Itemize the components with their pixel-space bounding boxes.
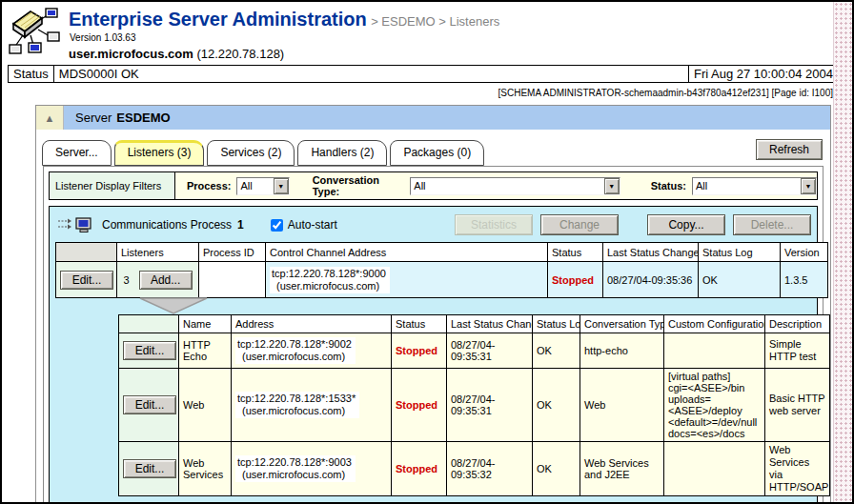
server-panel: ▲ Server ESDEMO Server... Listeners (3) … [35,105,831,504]
col-last-status-change: Last Status Change [603,243,699,262]
listener-status: Stopped [392,442,447,496]
listener-count: 3 [123,274,129,286]
process-filter-label: Process: [187,180,231,192]
listener-status: Stopped [392,333,447,369]
change-button[interactable]: Change [540,214,619,235]
col-process-id: Process ID [199,243,266,262]
table-header-row: Name Address Status Last Status Change S… [119,315,830,333]
page-header: Enterprise Server Administration > ESDEM… [2,2,852,61]
col-last-status-change: Last Status Change [447,315,533,333]
process-filter-select[interactable]: All ▼ [236,177,289,195]
listener-status: Stopped [392,369,447,442]
listener-last-status-change: 08/27/04-09:35:31 [447,333,533,369]
listener-name: Web [179,369,232,442]
listener-status-log: OK [533,333,580,369]
communications-process-row: Communications Process 1 Auto-start Stat… [55,212,811,238]
tab-bar: Server... Listeners (3) Services (2) Han… [36,130,830,166]
col-conversation-type: Conversation Type [580,315,664,333]
listener-address: tcp:12.220.78.128*:1533* (user.microfocu… [235,392,359,418]
listener-last-status-change: 08/27/04-09:35:31 [447,369,533,442]
version-label: Version 1.03.63 [70,32,499,43]
last-status-change-value: 08/27/04-09:35:36 [603,262,699,298]
listener-address: tcp:12.220.78.128*:9003 (user.microfocus… [235,455,356,482]
listener-status-log: OK [533,369,580,442]
refresh-button[interactable]: Refresh [756,139,823,160]
version-value: 1.3.5 [781,262,828,298]
col-status-log: Status Log [699,243,781,262]
status-bar: Status MDS0000I OK Fri Aug 27 10:00:04 2… [8,65,839,83]
listener-row-http-echo: Edit... HTTP Echo tcp:12.220.78.128*:900… [119,333,830,369]
statistics-button[interactable]: Statistics [455,214,533,235]
col-status: Status [548,243,603,262]
col-listeners: Listeners [117,243,199,262]
process-listeners-table: Listeners Process ID Control Channel Add… [55,242,828,298]
filters-title: Listener Display Filters [50,172,175,199]
listeners-detail-table: Name Address Status Last Status Change S… [118,314,830,496]
status-log-value: OK [699,262,781,298]
edit-listener-button[interactable]: Edit... [123,341,176,360]
status-bar-message: MDS0000I OK [54,65,689,83]
edit-listener-button[interactable]: Edit... [123,459,176,478]
server-name: ESDEMO [116,111,170,125]
listener-name: Web Services [179,442,232,496]
network-logo-icon [8,7,61,58]
listener-name: HTTP Echo [179,333,232,369]
listener-display-filters: Listener Display Filters Process: All ▼ … [49,171,818,200]
col-status-log: Status Log [533,315,580,333]
add-listener-button[interactable]: Add... [139,271,193,290]
server-label: Server [75,111,112,125]
dropdown-arrow-icon: ▼ [274,178,289,194]
edit-process-button[interactable]: Edit... [60,271,113,290]
copy-button[interactable]: Copy... [647,214,725,235]
host-ip: (12.220.78.128) [196,47,284,61]
listener-address: tcp:12.220.78.128*:9002 (user.microfocus… [235,337,356,364]
enterprise-server-admin-window: Enterprise Server Administration > ESDEM… [0,0,854,504]
control-channel-address: tcp:12.220.78.128*:9000 (user.microfocus… [270,267,390,293]
col-name: Name [179,315,232,333]
status-value: Stopped [548,262,603,298]
listener-description: Web Services via HTTP/SOAP [765,442,830,496]
host-name: user.microfocus.com [69,47,193,61]
col-edit [56,243,117,262]
dropdown-arrow-icon: ▼ [604,178,620,194]
expand-arrow [55,298,811,314]
edit-listener-button[interactable]: Edit... [123,395,176,414]
listener-description: Simple HTTP test [765,333,830,369]
tab-handlers[interactable]: Handlers (2) [297,140,387,166]
status-filter-select[interactable]: All ▼ [692,177,817,195]
tab-services[interactable]: Services (2) [207,140,295,166]
col-control-channel-address: Control Channel Address [266,243,548,262]
col-edit [119,315,179,333]
table-row: Edit... 3 Add... tcp:12.220.78.128*:9000 [56,262,828,298]
listeners-content: Listener Display Filters Process: All ▼ … [43,166,824,504]
tab-listeners[interactable]: Listeners (3) [114,140,205,166]
listener-custom-configuration: [virtual paths] cgi=<ASEE>/bin uploads=<… [664,369,765,442]
listener-row-web-services: Edit... Web Services tcp:12.220.78.128*:… [119,442,830,496]
delete-button[interactable]: Delete... [733,214,811,235]
communications-process-icon [57,216,95,233]
server-panel-header: ▲ Server ESDEMO [36,106,830,130]
conversation-type-filter-select[interactable]: All ▼ [410,177,620,195]
status-bar-label: Status [8,65,54,83]
breadcrumb[interactable]: > ESDEMO > Listeners [371,14,499,29]
col-version: Version [781,243,828,262]
table-header-row: Listeners Process ID Control Channel Add… [56,243,828,262]
tab-packages[interactable]: Packages (0) [390,140,484,166]
listener-status-log: OK [533,442,580,496]
listener-conversation-type: http-echo [580,333,664,369]
communications-process-title: Communications Process [102,218,232,232]
conversation-type-filter-label: Conversation Type: [313,174,405,197]
process-id-value [199,262,266,298]
auto-start-checkbox[interactable] [271,219,283,232]
page-edge-pattern [833,2,852,502]
col-description: Description [765,315,830,333]
page-title: Enterprise Server Administration [69,9,367,30]
session-info: [SCHEMA ADMINISTRATOR-schemaadmin-b43f78… [2,88,833,98]
tab-server[interactable]: Server... [42,140,112,166]
collapse-triangle-icon[interactable]: ▲ [36,106,64,130]
dropdown-arrow-icon: ▼ [801,178,816,194]
listener-description: Basic HTTP web server [765,369,830,442]
status-bar-datetime: Fri Aug 27 10:00:04 2004 [689,65,839,83]
auto-start-label: Auto-start [288,218,337,232]
listener-custom-configuration [664,333,765,369]
